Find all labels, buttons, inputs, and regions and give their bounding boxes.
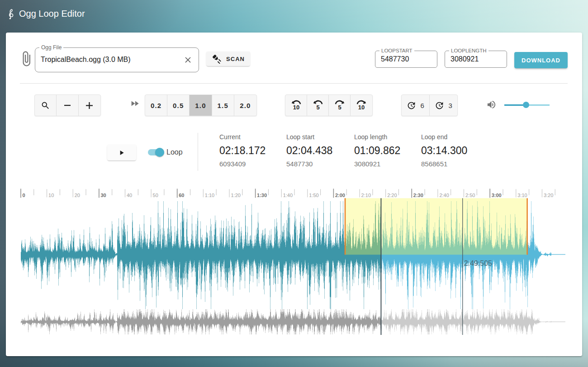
svg-text:2:20: 2:20 bbox=[387, 193, 397, 198]
svg-text:2:10: 2:10 bbox=[361, 193, 371, 198]
svg-text:3:00: 3:00 bbox=[492, 193, 502, 198]
svg-text:40: 40 bbox=[127, 193, 132, 198]
svg-text:1:10: 1:10 bbox=[205, 193, 214, 198]
svg-text:3:10: 3:10 bbox=[517, 193, 527, 198]
svg-text:2:50: 2:50 bbox=[465, 193, 475, 198]
svg-text:2:49:505: 2:49:505 bbox=[464, 259, 492, 267]
svg-text:60: 60 bbox=[179, 193, 184, 198]
svg-text:1:30: 1:30 bbox=[257, 193, 267, 198]
svg-text:1:20: 1:20 bbox=[231, 193, 241, 198]
svg-text:20: 20 bbox=[75, 193, 80, 198]
svg-text:50: 50 bbox=[153, 193, 158, 198]
svg-text:30: 30 bbox=[100, 193, 106, 198]
svg-text:0: 0 bbox=[23, 193, 25, 198]
svg-text:1:50: 1:50 bbox=[309, 193, 318, 198]
svg-text:3:20: 3:20 bbox=[544, 193, 553, 198]
svg-text:2:40: 2:40 bbox=[439, 193, 449, 198]
svg-text:2:30: 2:30 bbox=[413, 193, 423, 198]
svg-text:1:40: 1:40 bbox=[283, 193, 293, 198]
svg-text:2:00: 2:00 bbox=[335, 193, 345, 198]
svg-text:10: 10 bbox=[48, 193, 54, 198]
